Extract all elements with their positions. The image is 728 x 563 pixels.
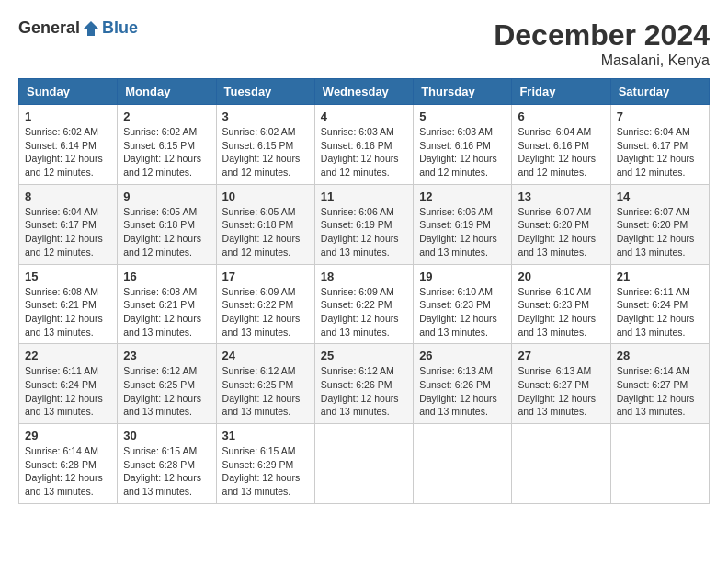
- calendar-cell: 20 Sunrise: 6:10 AM Sunset: 6:23 PM Dayl…: [512, 264, 610, 344]
- logo: General Blue: [18, 18, 138, 38]
- day-number: 20: [518, 270, 604, 283]
- calendar-cell: 16 Sunrise: 6:08 AM Sunset: 6:21 PM Dayl…: [118, 264, 216, 344]
- day-number: 9: [123, 190, 210, 203]
- calendar-cell: 17 Sunrise: 6:09 AM Sunset: 6:22 PM Dayl…: [216, 264, 314, 344]
- day-info: Sunrise: 6:07 AM Sunset: 6:20 PM Dayligh…: [518, 205, 604, 259]
- day-number: 21: [617, 270, 703, 283]
- calendar-cell: 26 Sunrise: 6:13 AM Sunset: 6:26 PM Dayl…: [414, 344, 512, 424]
- day-number: 3: [222, 109, 309, 123]
- day-number: 10: [222, 190, 309, 203]
- calendar-cell: 23 Sunrise: 6:12 AM Sunset: 6:25 PM Dayl…: [118, 344, 216, 424]
- calendar-cell: 12 Sunrise: 6:06 AM Sunset: 6:19 PM Dayl…: [414, 184, 512, 264]
- calendar-cell: 6 Sunrise: 6:04 AM Sunset: 6:16 PM Dayli…: [512, 105, 610, 185]
- calendar-cell: [610, 424, 709, 504]
- logo-icon: [82, 19, 100, 38]
- day-number: 14: [617, 190, 703, 203]
- calendar-cell: 13 Sunrise: 6:07 AM Sunset: 6:20 PM Dayl…: [512, 184, 610, 264]
- calendar-cell: [512, 424, 610, 504]
- calendar-cell: [314, 424, 413, 504]
- calendar-day-header: Friday: [512, 79, 610, 105]
- day-info: Sunrise: 6:06 AM Sunset: 6:19 PM Dayligh…: [321, 205, 407, 259]
- month-title: December 2024: [494, 18, 710, 52]
- day-number: 13: [518, 190, 604, 203]
- day-info: Sunrise: 6:14 AM Sunset: 6:28 PM Dayligh…: [25, 444, 111, 499]
- calendar-cell: 31 Sunrise: 6:15 AM Sunset: 6:29 PM Dayl…: [216, 424, 314, 504]
- calendar-cell: 21 Sunrise: 6:11 AM Sunset: 6:24 PM Dayl…: [610, 264, 709, 344]
- day-info: Sunrise: 6:08 AM Sunset: 6:21 PM Dayligh…: [25, 285, 111, 339]
- day-number: 22: [25, 349, 111, 362]
- day-info: Sunrise: 6:09 AM Sunset: 6:22 PM Dayligh…: [321, 285, 407, 339]
- svg-marker-0: [84, 21, 98, 36]
- calendar-cell: 19 Sunrise: 6:10 AM Sunset: 6:23 PM Dayl…: [414, 264, 512, 344]
- calendar-cell: 28 Sunrise: 6:14 AM Sunset: 6:27 PM Dayl…: [610, 344, 709, 424]
- calendar-cell: 10 Sunrise: 6:05 AM Sunset: 6:18 PM Dayl…: [216, 184, 314, 264]
- calendar-cell: 9 Sunrise: 6:05 AM Sunset: 6:18 PM Dayli…: [118, 184, 216, 264]
- day-info: Sunrise: 6:14 AM Sunset: 6:27 PM Dayligh…: [617, 364, 703, 419]
- day-info: Sunrise: 6:04 AM Sunset: 6:16 PM Dayligh…: [518, 125, 604, 179]
- day-number: 30: [123, 429, 210, 442]
- day-number: 1: [25, 109, 111, 123]
- calendar-week-row: 1 Sunrise: 6:02 AM Sunset: 6:14 PM Dayli…: [19, 105, 710, 185]
- logo-general-text: General: [18, 18, 80, 38]
- calendar-cell: 24 Sunrise: 6:12 AM Sunset: 6:25 PM Dayl…: [216, 344, 314, 424]
- calendar-cell: 3 Sunrise: 6:02 AM Sunset: 6:15 PM Dayli…: [216, 105, 314, 185]
- calendar-day-header: Wednesday: [314, 79, 413, 105]
- day-info: Sunrise: 6:12 AM Sunset: 6:25 PM Dayligh…: [123, 364, 210, 419]
- day-number: 26: [419, 349, 506, 362]
- calendar-day-header: Saturday: [610, 79, 709, 105]
- calendar-cell: [414, 424, 512, 504]
- day-info: Sunrise: 6:11 AM Sunset: 6:24 PM Dayligh…: [25, 364, 111, 419]
- day-info: Sunrise: 6:02 AM Sunset: 6:14 PM Dayligh…: [25, 125, 111, 179]
- calendar-day-header: Sunday: [19, 79, 118, 105]
- day-info: Sunrise: 6:10 AM Sunset: 6:23 PM Dayligh…: [419, 285, 506, 339]
- calendar-cell: 8 Sunrise: 6:04 AM Sunset: 6:17 PM Dayli…: [19, 184, 118, 264]
- calendar-cell: 25 Sunrise: 6:12 AM Sunset: 6:26 PM Dayl…: [314, 344, 413, 424]
- calendar-cell: 29 Sunrise: 6:14 AM Sunset: 6:28 PM Dayl…: [19, 424, 118, 504]
- day-number: 2: [123, 109, 210, 123]
- calendar-cell: 11 Sunrise: 6:06 AM Sunset: 6:19 PM Dayl…: [314, 184, 413, 264]
- day-info: Sunrise: 6:12 AM Sunset: 6:25 PM Dayligh…: [222, 364, 309, 419]
- day-info: Sunrise: 6:02 AM Sunset: 6:15 PM Dayligh…: [222, 125, 309, 179]
- calendar-week-row: 22 Sunrise: 6:11 AM Sunset: 6:24 PM Dayl…: [19, 344, 710, 424]
- day-info: Sunrise: 6:15 AM Sunset: 6:28 PM Dayligh…: [123, 444, 210, 499]
- day-info: Sunrise: 6:13 AM Sunset: 6:26 PM Dayligh…: [419, 364, 506, 419]
- day-info: Sunrise: 6:11 AM Sunset: 6:24 PM Dayligh…: [617, 285, 703, 339]
- day-info: Sunrise: 6:10 AM Sunset: 6:23 PM Dayligh…: [518, 285, 604, 339]
- location: Masalani, Kenya: [494, 52, 710, 69]
- day-number: 4: [321, 109, 407, 123]
- calendar-cell: 2 Sunrise: 6:02 AM Sunset: 6:15 PM Dayli…: [118, 105, 216, 185]
- calendar-cell: 7 Sunrise: 6:04 AM Sunset: 6:17 PM Dayli…: [610, 105, 709, 185]
- day-number: 12: [419, 190, 506, 203]
- day-number: 19: [419, 270, 506, 283]
- day-info: Sunrise: 6:05 AM Sunset: 6:18 PM Dayligh…: [222, 205, 309, 259]
- title-area: December 2024 Masalani, Kenya: [494, 18, 710, 69]
- calendar-day-header: Tuesday: [216, 79, 314, 105]
- day-info: Sunrise: 6:13 AM Sunset: 6:27 PM Dayligh…: [518, 364, 604, 419]
- day-info: Sunrise: 6:03 AM Sunset: 6:16 PM Dayligh…: [321, 125, 407, 179]
- day-number: 28: [617, 349, 703, 362]
- day-number: 18: [321, 270, 407, 283]
- day-info: Sunrise: 6:04 AM Sunset: 6:17 PM Dayligh…: [617, 125, 703, 179]
- calendar-week-row: 15 Sunrise: 6:08 AM Sunset: 6:21 PM Dayl…: [19, 264, 710, 344]
- calendar-day-header: Thursday: [414, 79, 512, 105]
- page-header: General Blue December 2024 Masalani, Ken…: [18, 18, 710, 69]
- calendar-cell: 4 Sunrise: 6:03 AM Sunset: 6:16 PM Dayli…: [314, 105, 413, 185]
- day-number: 5: [419, 109, 506, 123]
- calendar-cell: 27 Sunrise: 6:13 AM Sunset: 6:27 PM Dayl…: [512, 344, 610, 424]
- day-info: Sunrise: 6:15 AM Sunset: 6:29 PM Dayligh…: [222, 444, 309, 499]
- day-info: Sunrise: 6:04 AM Sunset: 6:17 PM Dayligh…: [25, 205, 111, 259]
- day-info: Sunrise: 6:02 AM Sunset: 6:15 PM Dayligh…: [123, 125, 210, 179]
- day-info: Sunrise: 6:05 AM Sunset: 6:18 PM Dayligh…: [123, 205, 210, 259]
- calendar-day-header: Monday: [118, 79, 216, 105]
- calendar-cell: 14 Sunrise: 6:07 AM Sunset: 6:20 PM Dayl…: [610, 184, 709, 264]
- day-number: 7: [617, 109, 703, 123]
- day-number: 29: [25, 429, 111, 442]
- calendar-week-row: 8 Sunrise: 6:04 AM Sunset: 6:17 PM Dayli…: [19, 184, 710, 264]
- day-info: Sunrise: 6:09 AM Sunset: 6:22 PM Dayligh…: [222, 285, 309, 339]
- day-number: 6: [518, 109, 604, 123]
- calendar-cell: 30 Sunrise: 6:15 AM Sunset: 6:28 PM Dayl…: [118, 424, 216, 504]
- day-number: 27: [518, 349, 604, 362]
- calendar-cell: 5 Sunrise: 6:03 AM Sunset: 6:16 PM Dayli…: [414, 105, 512, 185]
- day-number: 16: [123, 270, 210, 283]
- day-info: Sunrise: 6:08 AM Sunset: 6:21 PM Dayligh…: [123, 285, 210, 339]
